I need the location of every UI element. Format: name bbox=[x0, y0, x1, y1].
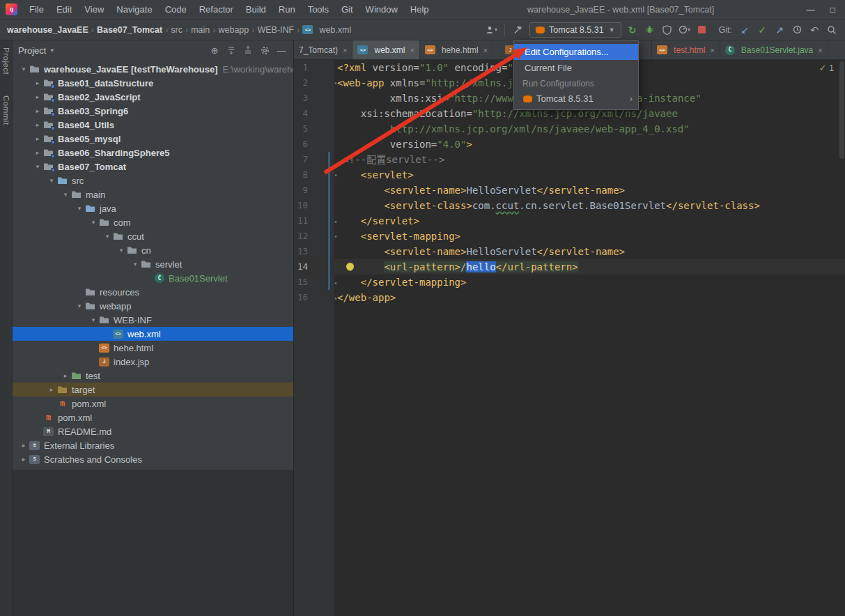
intention-bulb-icon[interactable] bbox=[346, 263, 354, 270]
rollback-icon[interactable]: ↶ bbox=[808, 23, 821, 37]
tree-item-index-jsp[interactable]: Jindex.jsp bbox=[13, 355, 293, 369]
code-line[interactable]: <servlet-mapping> bbox=[334, 229, 845, 244]
tree-item-scratches-and-consoles[interactable]: ▸SScratches and Consoles bbox=[13, 452, 293, 466]
run-configuration-selector[interactable]: Tomcat 8.5.31 ▼ bbox=[529, 22, 621, 38]
tab-web-xml[interactable]: <>web.xml× bbox=[352, 40, 419, 59]
vcs-change-marker[interactable] bbox=[328, 152, 330, 290]
chevron-right-icon[interactable]: ▸ bbox=[32, 93, 43, 100]
git-update-icon[interactable]: ↙ bbox=[738, 23, 751, 37]
debug-button[interactable] bbox=[644, 23, 656, 37]
menu-run[interactable]: Run bbox=[272, 1, 302, 18]
tab-hehe-html[interactable]: <>hehe.html× bbox=[420, 40, 493, 59]
tree-item-cn[interactable]: ▾cn bbox=[13, 243, 293, 257]
tool-stripe-project[interactable]: Project bbox=[2, 47, 10, 75]
tab-base01servlet-java[interactable]: CBase01Servlet.java× bbox=[720, 40, 828, 59]
tree-item-main[interactable]: ▾main bbox=[13, 187, 293, 201]
line-number[interactable]: 12 bbox=[297, 231, 308, 241]
tree-item-java[interactable]: ▾java bbox=[13, 201, 293, 215]
breadcrumb-web-inf[interactable]: WEB-INF bbox=[257, 25, 294, 35]
tree-item-base06-shardingsphere5[interactable]: ▸Base06_ShardingSphere5 bbox=[13, 146, 293, 160]
tree-item-base04-utils[interactable]: ▸Base04_Utils bbox=[13, 118, 293, 132]
menu-item-current-file[interactable]: Current File bbox=[514, 60, 638, 76]
line-number[interactable]: 9 bbox=[302, 185, 308, 195]
tree-item-base07-tomcat[interactable]: ▾Base07_Tomcat bbox=[13, 160, 293, 174]
tree-item-web-inf[interactable]: ▾WEB-INF bbox=[13, 313, 293, 327]
breadcrumb-webapp[interactable]: webapp bbox=[218, 25, 249, 35]
tree-item-base02-javascript[interactable]: ▸Base02_JavaScript bbox=[13, 90, 293, 104]
breadcrumb-web-xml[interactable]: <>web.xml bbox=[302, 25, 351, 35]
close-icon[interactable]: × bbox=[710, 46, 714, 54]
chevron-right-icon[interactable]: ▸ bbox=[60, 372, 71, 379]
menu-window[interactable]: Window bbox=[359, 1, 404, 18]
tree-item-hehe-html[interactable]: <>hehe.html bbox=[13, 341, 293, 355]
chevron-down-icon[interactable]: ▾ bbox=[32, 163, 43, 170]
menu-help[interactable]: Help bbox=[404, 1, 435, 18]
tree-item-pom-xml[interactable]: mpom.xml bbox=[13, 396, 293, 410]
chevron-down-icon[interactable]: ▾ bbox=[18, 66, 29, 72]
tree-item-base03-spring6[interactable]: ▸Base03_Spring6 bbox=[13, 104, 293, 118]
breadcrumb-base07-tomcat[interactable]: Base07_Tomcat bbox=[97, 25, 162, 35]
close-icon[interactable]: × bbox=[483, 46, 488, 54]
tree-item-warehouse-javaee-testthewarehouse[interactable]: ▾warehouse_JavaEE [testTheWarehouse]E:\w… bbox=[13, 62, 293, 76]
chevron-right-icon[interactable]: ▸ bbox=[18, 456, 29, 463]
collapse-all-icon[interactable] bbox=[242, 44, 254, 56]
chevron-right-icon[interactable]: ▸ bbox=[32, 149, 43, 156]
minimize-button[interactable]: — bbox=[807, 5, 815, 15]
chevron-down-icon[interactable]: ▾ bbox=[88, 219, 99, 226]
code-line[interactable]: <!--配置servlet--> bbox=[334, 152, 845, 167]
line-number[interactable]: 8 bbox=[302, 169, 308, 180]
close-icon[interactable]: × bbox=[343, 46, 347, 54]
chevron-down-icon[interactable]: ▾ bbox=[88, 316, 99, 323]
fold-end-icon[interactable]: ▴ bbox=[332, 214, 340, 229]
line-number[interactable]: 16 bbox=[297, 292, 308, 302]
build-hammer-icon[interactable] bbox=[512, 23, 525, 37]
chevron-down-icon[interactable]: ▾ bbox=[60, 191, 71, 198]
tree-item-src[interactable]: ▾src bbox=[13, 174, 293, 187]
chevron-right-icon[interactable]: ▸ bbox=[32, 107, 43, 114]
menu-git[interactable]: Git bbox=[335, 1, 359, 18]
tree-item-external-libraries[interactable]: ▸≡External Libraries bbox=[13, 438, 293, 452]
editor-scrollbar[interactable] bbox=[839, 61, 844, 159]
tab-7-tomcat[interactable]: 7_Tomcat)× bbox=[294, 40, 352, 59]
inspections-widget[interactable]: ✓ 1 bbox=[819, 63, 834, 73]
expand-all-icon[interactable] bbox=[225, 44, 238, 56]
line-number[interactable]: 2 bbox=[302, 77, 308, 88]
line-number[interactable]: 1 bbox=[302, 62, 308, 72]
fold-open-icon[interactable]: ▾ bbox=[332, 229, 340, 245]
tree-item-webapp[interactable]: ▾webapp bbox=[13, 299, 293, 313]
code-area[interactable]: <?xml version="1.0" encoding="UTF-8"?><w… bbox=[334, 60, 845, 616]
maximize-button[interactable]: □ bbox=[830, 5, 835, 15]
locate-file-icon[interactable]: ⊕ bbox=[208, 44, 221, 56]
line-number[interactable]: 13 bbox=[297, 246, 308, 256]
fold-open-icon[interactable]: ▾ bbox=[332, 76, 340, 91]
fold-end-icon[interactable]: ▴ bbox=[332, 291, 340, 306]
menu-file[interactable]: File bbox=[23, 1, 50, 18]
chevron-right-icon[interactable]: ▸ bbox=[32, 135, 43, 142]
chevron-down-icon[interactable]: ▾ bbox=[46, 177, 57, 184]
chevron-down-icon[interactable]: ▾ bbox=[116, 247, 127, 254]
tree-item-servlet[interactable]: ▾servlet bbox=[13, 257, 293, 271]
code-line[interactable]: <servlet-name>HelloServlet</servlet-name… bbox=[334, 183, 845, 198]
tab-test-html[interactable]: <>test.html× bbox=[652, 40, 720, 59]
chevron-right-icon[interactable]: ▸ bbox=[46, 386, 57, 393]
chevron-down-icon[interactable]: ▾ bbox=[74, 302, 85, 309]
tool-stripe-commit[interactable]: Commit bbox=[2, 95, 10, 125]
menu-view[interactable]: View bbox=[78, 1, 110, 18]
breadcrumb-main[interactable]: main bbox=[191, 25, 210, 35]
menu-item-tomcat-configuration[interactable]: Tomcat 8.5.31 › bbox=[514, 91, 638, 107]
tree-item-test[interactable]: ▸test bbox=[13, 369, 293, 383]
line-number[interactable]: 11 bbox=[297, 215, 308, 226]
chevron-down-icon[interactable]: ▾ bbox=[50, 47, 54, 54]
git-commit-icon[interactable]: ✓ bbox=[756, 23, 768, 37]
code-line[interactable]: <servlet> bbox=[334, 167, 845, 183]
code-line[interactable]: version="4.0"> bbox=[334, 137, 845, 152]
fold-open-icon[interactable]: ▾ bbox=[332, 168, 340, 183]
tree-item-target[interactable]: ▸target bbox=[13, 383, 293, 396]
breadcrumb-src[interactable]: src bbox=[171, 25, 183, 35]
close-icon[interactable]: × bbox=[818, 46, 822, 54]
tree-item-resources[interactable]: resources bbox=[13, 285, 293, 299]
line-number[interactable]: 6 bbox=[302, 139, 308, 149]
coverage-button[interactable] bbox=[661, 23, 674, 37]
code-line[interactable]: </servlet-mapping> bbox=[334, 275, 845, 290]
user-avatar-icon[interactable]: ▾ bbox=[485, 23, 497, 37]
